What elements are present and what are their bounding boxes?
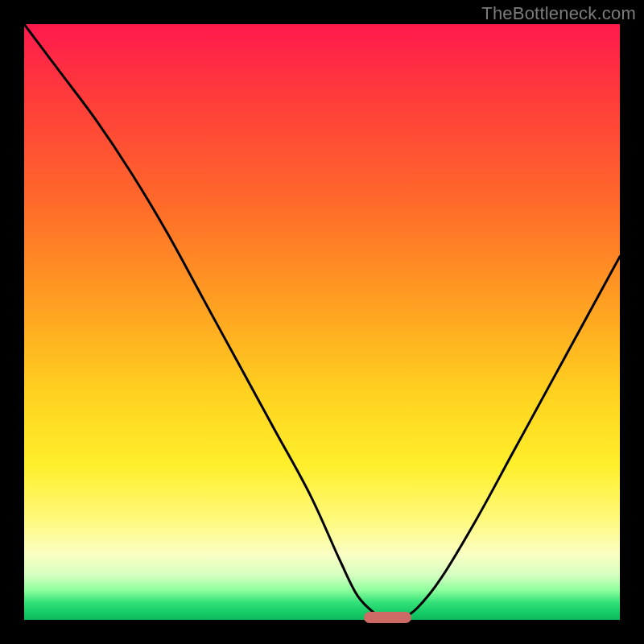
plot-area xyxy=(24,24,620,620)
optimal-marker xyxy=(364,612,411,623)
chart-frame: TheBottleneck.com xyxy=(0,0,644,644)
watermark-text: TheBottleneck.com xyxy=(481,3,636,24)
curve-path xyxy=(24,24,620,621)
bottleneck-curve xyxy=(24,24,620,620)
